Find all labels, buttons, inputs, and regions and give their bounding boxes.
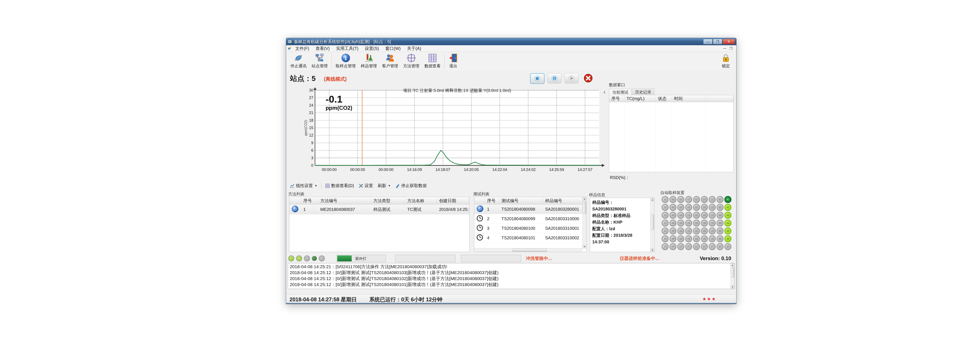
scroll-down-arrow[interactable]: ▼	[651, 248, 654, 252]
customer-manage-button[interactable]: 客户管理	[380, 53, 401, 69]
sampler-status-text: 仪器进样前准备中...	[620, 256, 659, 261]
sampler-position-F5: F5	[685, 227, 692, 234]
sampler-position-B1: B1	[716, 196, 724, 203]
stop-comm-button[interactable]: 停止通讯	[288, 53, 309, 69]
sampler-position-G2: G2	[677, 204, 684, 211]
tab-history[interactable]: 历史记录	[632, 88, 654, 96]
stop-run-button[interactable]	[530, 73, 544, 84]
scroll-down-arrow[interactable]: ▼	[731, 285, 734, 289]
sampler-position-I4: I4	[662, 219, 668, 227]
abort-button[interactable]	[581, 73, 595, 83]
chart-svg: 03691215182124273000:00:0000:00:0000:00:…	[304, 87, 605, 179]
chart-big-unit: ppm(CO2)	[326, 105, 352, 111]
pause-button[interactable]	[547, 73, 562, 83]
sampler-position-F4: F4	[685, 219, 692, 227]
data-window-table: 序号 TC(mg/L) 状态 时间	[609, 95, 734, 172]
sampler-position-E2: E2	[693, 204, 700, 211]
uv-lamp-progress: 紫外灯	[337, 255, 386, 262]
minimize-button[interactable]: —	[703, 39, 713, 44]
sample-info-line: 样品类型：标准样品	[592, 212, 652, 219]
status-uptime: 系统已运行：0天 6小时 12分钟	[369, 296, 442, 303]
sampler-position-E5: E5	[693, 227, 700, 234]
method-manage-button[interactable]: 方法管理	[401, 53, 422, 69]
chart-ytick: 9	[311, 141, 313, 145]
stop-acquire-button[interactable]: 停止获取数据	[394, 182, 428, 189]
sampler-position-C1: C1	[709, 196, 716, 203]
mdi-minimize-button[interactable]: —	[723, 46, 727, 51]
test-list-vscrollbar[interactable]: ▲ ▼	[582, 197, 586, 248]
users-icon	[385, 53, 395, 63]
col-time: 时间	[672, 95, 706, 102]
indicator-light-1	[296, 256, 302, 261]
status-stars: ★★★	[702, 296, 716, 302]
chart-ytick: 27	[309, 96, 313, 100]
title-bar: 泰林总有机碳分析系统软件[zt(;byh)监测] - [站点：5] — ❐ ✕	[286, 38, 736, 45]
log-vscrollbar[interactable]: ▲ ▼	[730, 263, 734, 289]
play-button[interactable]	[565, 73, 579, 83]
sampler-position-C4: C4	[709, 219, 716, 227]
sample-info-line: 配置日期：2018/3/28	[592, 232, 652, 239]
dropdown-caret: ▼	[315, 184, 317, 187]
menu-item-4[interactable]: 窗口(W)	[382, 45, 404, 51]
chart-settings-button[interactable]: 设置	[357, 182, 375, 189]
method-list-table: 序号 方法编号 方法类型 方法名称 创建日期 1ME201804080037样品…	[289, 197, 469, 252]
sampling-point-manage-button[interactable]: i 取样点管理	[333, 53, 358, 69]
test-row[interactable]: 2TS201804080099SA201803310000	[474, 214, 583, 224]
sampler-position-D1: D1	[701, 196, 708, 203]
sampler-position-C3: C3	[709, 212, 716, 219]
sampler-position-I3: I3	[662, 212, 668, 219]
maximize-button[interactable]: ❐	[713, 39, 722, 44]
test-list-hscrollbar[interactable]	[474, 248, 583, 252]
scroll-down-arrow[interactable]: ▼	[583, 245, 586, 248]
scroll-up-arrow[interactable]: ▲	[731, 263, 734, 267]
close-button[interactable]: ✕	[723, 39, 735, 44]
sampler-position-I6: I6	[662, 235, 668, 242]
chart-ytick: 15	[309, 126, 313, 130]
flask-icon	[364, 53, 374, 63]
menu-item-5[interactable]: 关于(A)	[404, 45, 425, 51]
method-list-panel: 方法列表 序号 方法编号 方法类型 方法名称 创建日期 1ME201804080…	[288, 191, 470, 254]
clock-icon	[476, 234, 483, 241]
sphere-icon	[476, 205, 484, 212]
sampler-position-C5: C5	[709, 227, 716, 234]
test-row[interactable]: 1TS201804080098SA201803280001	[474, 205, 583, 214]
lock-button[interactable]: 锁定	[719, 53, 733, 69]
menu-item-1[interactable]: 查看(V)	[312, 45, 333, 51]
scroll-up-arrow[interactable]: ▲	[583, 197, 586, 201]
chart-data-view-button[interactable]: 数据查看(D)	[323, 182, 356, 189]
indicator-band: 紫外灯 冲洗管路中... 仪器进样前准备中... Version: 0.10	[288, 254, 735, 263]
app-icon	[288, 40, 292, 43]
sampler-position-A3: A3	[724, 212, 732, 219]
refresh-button[interactable]: 刷新▼	[376, 182, 393, 189]
mdi-restore-button[interactable]: ❐	[730, 46, 732, 51]
chart-toolbar-separator	[321, 183, 321, 189]
test-row[interactable]: 3TS201804080100SA201803310001	[474, 224, 583, 233]
sampler-position-E7: E7	[693, 243, 700, 250]
uv-lamp-label: 紫外灯	[355, 256, 366, 261]
menu-item-0[interactable]: 文件(F)	[292, 45, 312, 51]
sampler-position-B6: B6	[716, 235, 724, 242]
data-view-button[interactable]: 数据查看	[422, 53, 443, 69]
sampler-position-H6: H6	[670, 235, 676, 242]
plug-icon	[294, 53, 303, 63]
autosampler-grid: I1H1G1F1E1D1C1B1A1I2H2G2F2E2D2C2B2A2I3H3…	[662, 196, 732, 251]
site-manage-button[interactable]: 站点管理	[309, 53, 330, 69]
sample-manage-button[interactable]: 样品管理	[358, 53, 380, 69]
exit-button[interactable]: 退出	[446, 53, 461, 69]
menu-item-2[interactable]: 实用工具(T)	[333, 45, 362, 51]
frame-icon	[406, 53, 416, 63]
test-row[interactable]: 4TS201804080101SA201803310002	[474, 233, 583, 243]
indicator-light-4	[319, 256, 325, 261]
col-seq: 序号	[301, 197, 318, 204]
pen-icon	[395, 184, 400, 188]
chart-xtick: 14:20:05	[464, 168, 479, 172]
chart-ytick: 24	[309, 103, 313, 107]
toolbar-separator	[444, 53, 445, 69]
sample-info-vscrollbar[interactable]: ▲ ▼	[651, 198, 654, 252]
menu-item-3[interactable]: 设置(S)	[362, 45, 382, 51]
scroll-up-arrow[interactable]: ▲	[651, 198, 654, 202]
linear-settings-button[interactable]: 线性设置▼	[288, 182, 319, 189]
method-row[interactable]: 1ME201804080037样品测试TC测试2018/4/8 14:25:12	[290, 205, 469, 214]
chart-ytick: 6	[311, 148, 313, 152]
sampler-position-D3: D3	[701, 212, 708, 219]
